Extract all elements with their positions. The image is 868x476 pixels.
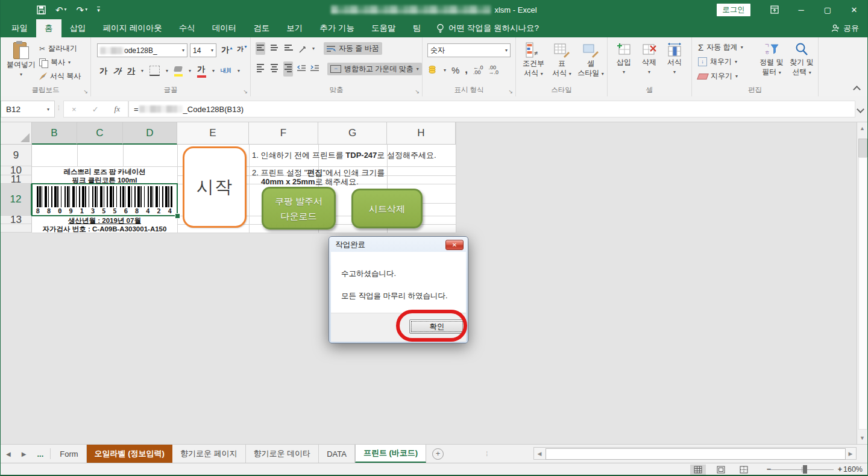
borders-icon[interactable] [149,66,160,76]
autosum-button[interactable]: Σ자동 합계▾ [698,42,743,52]
orientation-button[interactable] [298,44,308,54]
increase-font-icon[interactable]: 가▲ [221,45,233,55]
percent-style-button[interactable]: % [451,65,459,75]
format-painter-button[interactable]: 서식 복사 [39,71,81,81]
column-header-G[interactable]: G [318,122,387,145]
number-format-combo[interactable]: 숫자▾ [427,43,511,57]
clear-button[interactable]: 지우기▾ [698,71,738,81]
tab-team[interactable]: 팀 [404,19,430,37]
login-button[interactable]: 로그인 [717,4,750,16]
align-left-button[interactable] [256,61,265,77]
underline-button[interactable]: 가 [127,66,135,77]
horizontal-scroll-thumb[interactable] [546,448,846,460]
increase-decimal-button[interactable]: ←.0.00 [473,65,483,75]
decrease-decimal-button[interactable]: .00→.0 [489,65,499,75]
select-all-corner[interactable] [1,122,32,145]
scroll-right-icon[interactable]: ▶ [845,448,856,459]
zoom-in-button[interactable]: + [838,465,842,474]
start-shape-button[interactable]: 시작 [183,146,247,228]
phonetic-guide-button[interactable]: 내川 [221,68,231,74]
align-top-button[interactable] [256,42,265,55]
tab-home[interactable]: 홈 [36,19,61,37]
paste-dropdown-icon[interactable]: ▾ [20,70,22,78]
sheet-tab-page[interactable]: 향기로운 페이지 [172,445,246,463]
zoom-slider-thumb[interactable] [803,465,807,474]
decrease-indent-button[interactable] [297,65,306,73]
name-box-dropdown-icon[interactable]: ▾ [47,107,49,112]
clipboard-dialog-launcher[interactable]: ↘ [83,89,88,95]
cell-styles-button[interactable]: 셀 스타일 ▾ [576,42,605,78]
vertical-scrollbar[interactable]: ▲ ▼ [857,122,867,444]
accounting-format-button[interactable] [429,65,438,75]
scroll-left-icon[interactable]: ◀ [534,448,545,459]
minimize-button[interactable]: ─ [788,0,814,19]
delete-cells-button[interactable]: 삭제▾ [638,42,661,76]
tab-file[interactable]: 파일 [3,19,36,37]
expand-formula-bar-icon[interactable] [857,105,864,113]
row-header-10[interactable]: 10 [1,166,32,175]
cut-button[interactable]: ✂잘라내기 [39,43,77,54]
tab-help[interactable]: 도움말 [363,19,404,37]
number-dialog-launcher[interactable]: ↘ [508,89,513,95]
selection-border-B12[interactable] [31,183,178,216]
page-layout-view-button[interactable] [713,465,729,475]
normal-view-button[interactable] [690,465,706,475]
tab-data[interactable]: 데이터 [204,19,245,37]
tab-insert[interactable]: 삽입 [61,19,95,37]
align-middle-button[interactable] [269,42,279,55]
wrap-text-button[interactable]: 자동 줄 바꿈 [324,42,382,55]
copy-button[interactable]: 복사▾ [39,57,71,67]
comma-style-button[interactable]: , [465,64,468,76]
font-size-combo[interactable]: 14▾ [190,43,216,57]
sort-filter-button[interactable]: ㄱㅎ 정렬 및 필터 ▾ [757,42,786,77]
horizontal-scrollbar[interactable]: ◀ ▶ [533,447,857,460]
close-button[interactable]: ✕ [841,0,867,19]
tab-page-layout[interactable]: 페이지 레이아웃 [95,19,171,37]
bold-button[interactable]: 가 [99,66,107,77]
fill-button[interactable]: ↓ 채우기▾ [698,57,737,67]
sheet-tab-oillabel[interactable]: 오일라벨 (정보입력) [87,445,172,463]
italic-button[interactable]: 가 [113,66,122,77]
tab-formulas[interactable]: 수식 [171,19,204,37]
column-header-H[interactable]: H [387,122,456,145]
vertical-scroll-thumb[interactable] [858,139,867,158]
row-header-11[interactable]: 11 [1,175,32,184]
sheet-tab-form[interactable]: Form [52,445,86,463]
font-dialog-launcher[interactable]: ↘ [243,89,248,95]
underline-dropdown-icon[interactable]: ▾ [141,68,143,74]
align-center-button[interactable] [269,61,279,77]
align-bottom-button[interactable] [283,42,294,55]
collapse-ribbon-icon[interactable] [853,86,861,93]
merge-center-button[interactable]: ⇔ 병합하고 가운데 맞춤▾ [327,63,422,75]
increase-indent-button[interactable] [310,65,319,73]
formula-input[interactable]: = _Code128B(B13) [128,101,855,117]
name-box[interactable]: B12 ▾ [1,101,55,117]
maximize-button[interactable]: ▢ [814,0,841,19]
sheet-tab-print-barcode[interactable]: 프린트 (바코드) [355,445,426,463]
zoom-level-label[interactable]: 160% [843,465,863,474]
find-select-button[interactable]: 찾기 및 선택 ▾ [787,42,816,77]
coupang-download-button[interactable]: 쿠팡 발주서 다운로드 [262,187,336,230]
vertical-scroll-track[interactable] [858,157,867,430]
column-header-B[interactable]: B [32,122,77,145]
tab-review[interactable]: 검토 [245,19,278,37]
insert-cells-button[interactable]: 삽입▾ [612,42,635,76]
sheet-tab-data[interactable]: DATA [319,445,355,463]
row-header-12[interactable]: 12 [1,184,32,216]
align-right-button[interactable] [283,61,293,77]
scroll-up-icon[interactable]: ▲ [857,125,867,131]
sheet-tab-data-kr[interactable]: 향기로운 데이타 [246,445,319,463]
dialog-close-button[interactable]: ✕ [445,240,464,250]
paste-button[interactable]: 붙여넣기 ▾ [5,41,37,78]
conditional-formatting-button[interactable]: ≠ 조건부 서식 ▾ [520,42,547,78]
page-break-view-button[interactable] [736,465,752,475]
enter-formula-icon[interactable]: ✓ [92,105,99,114]
font-color-button[interactable]: 가 [197,64,206,78]
row-header-9[interactable]: 9 [1,145,32,166]
column-header-C[interactable]: C [77,122,123,145]
tab-addins[interactable]: 추가 기능 [311,19,363,37]
column-header-E[interactable]: E [177,122,249,145]
cancel-formula-icon[interactable]: × [72,105,77,114]
tab-view[interactable]: 보기 [278,19,311,37]
alignment-dialog-launcher[interactable]: ↘ [415,89,420,95]
